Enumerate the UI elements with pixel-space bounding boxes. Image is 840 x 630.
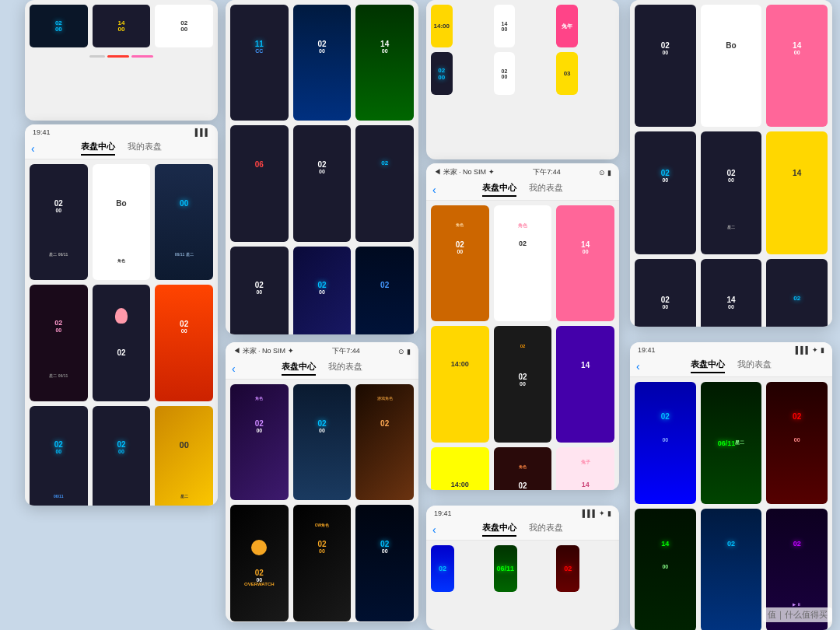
watch-face-item[interactable]: 0200 (93, 406, 151, 506)
watch-face-item[interactable]: 03 (556, 52, 578, 95)
watch-face-item[interactable]: 00 06/11 星二 (155, 164, 213, 280)
status-icons: ▌▌▌ ✦ ▮ (796, 346, 824, 354)
watch-face-item[interactable]: 14 (556, 326, 614, 442)
watch-face-item[interactable]: 0200 (293, 247, 352, 334)
watch-face-item[interactable]: 游戏角色 02 (355, 384, 414, 500)
watch-face-item[interactable]: 02 (701, 509, 762, 630)
status-time: 19:41 (33, 128, 51, 136)
status-time: 19:41 (434, 509, 452, 517)
watch-face-item[interactable]: 0200 (230, 247, 289, 334)
tab-watch-center[interactable]: 表盘中心 (482, 182, 516, 197)
tab-my-watch[interactable]: 我的表盘 (328, 361, 362, 376)
watch-face-item[interactable]: 0200 (355, 505, 414, 621)
tab-my-watch[interactable]: 我的表盘 (128, 141, 162, 156)
watch-face-item[interactable]: 0200 (431, 52, 453, 95)
nav-bar: ‹ 表盘中心 我的表盘 (426, 519, 619, 541)
watch-face-item[interactable]: 06/11 星二 (701, 382, 762, 504)
tab-my-watch[interactable]: 我的表盘 (529, 182, 563, 197)
status-time: 19:41 (638, 346, 656, 354)
carrier-info: ◀ 米家 · No SIM ✦ (233, 346, 294, 356)
scroll-dot (131, 55, 153, 58)
panel7: 19:41 ▌▌▌ ✦ ▮ ‹ 表盘中心 我的表盘 02 00 06/11 星二… (630, 342, 832, 630)
watch-face-item[interactable]: 角色 0200 (431, 205, 489, 321)
back-button[interactable]: ‹ (432, 184, 436, 196)
watch-face-item[interactable]: 兔子 1400 (556, 447, 614, 490)
panel2: 11CC 0200 1400 06 0200 02 0200 0200 02 0… (226, 0, 418, 334)
watch-face-item[interactable]: 06/11 (494, 545, 517, 592)
watch-face-item[interactable]: 02 (93, 285, 151, 401)
panel1: 19:41 ▌▌▌ ‹ 表盘中心 我的表盘 0200 星二 06/11 Bo 角… (25, 124, 218, 506)
watch-face-item[interactable]: 角色 0200 (230, 384, 289, 500)
nav-bar: ‹ 表盘中心 我的表盘 (630, 355, 832, 377)
panel-top1: 0200 1400 0200 (25, 0, 218, 121)
watch-face-item[interactable]: 02 0200 (494, 326, 552, 442)
watch-face-item[interactable]: 02 (355, 125, 414, 241)
tab-watch-center[interactable]: 表盘中心 (81, 141, 115, 156)
watch-face-item[interactable]: 11CC (230, 5, 289, 121)
watch-face-item[interactable]: 0200 (155, 5, 213, 47)
watch-face-item[interactable]: 02 00 (766, 382, 828, 504)
time-display: 下午7:44 (332, 346, 360, 356)
watch-face-item[interactable]: 14:00 (431, 5, 453, 47)
watch-face-item[interactable]: 1400 (701, 259, 762, 327)
battery-icon: ⊙ ▮ (599, 169, 611, 177)
battery-icon: ⊙ ▮ (398, 348, 411, 355)
status-icons: ▌▌▌ ✦ ▮ (583, 509, 611, 517)
carrier-info: ◀ 米家 · No SIM ✦ (434, 167, 495, 177)
watch-face-item[interactable]: 0200 星二 06/11 (30, 285, 88, 401)
watch-face-item[interactable]: 0200 (494, 52, 516, 95)
panel6: 0200 Bo 1400 0200 0200 星二 14 0200 06/11 … (630, 0, 832, 327)
back-button[interactable]: ‹ (432, 523, 436, 536)
tab-my-watch[interactable]: 我的表盘 (529, 522, 563, 537)
nav-bar: ‹ 表盘中心 我的表盘 (426, 179, 619, 201)
watch-face-item[interactable]: 02 00 (635, 382, 696, 504)
watch-face-item[interactable]: 兔年 (556, 5, 578, 47)
watch-face-item[interactable]: 02 (556, 545, 579, 592)
watch-face-item[interactable]: 角色 02 (494, 205, 552, 321)
watch-face-item[interactable]: 02 (766, 259, 828, 327)
back-button[interactable]: ‹ (636, 360, 640, 373)
tab-watch-center[interactable]: 表盘中心 (482, 522, 516, 537)
watch-face-item[interactable]: OW角色 0200 (293, 505, 352, 621)
tab-watch-center[interactable]: 表盘中心 (691, 359, 725, 373)
scroll-dot-active (107, 55, 129, 58)
watch-face-item[interactable]: 0200 星二 06/11 (30, 164, 88, 280)
watch-face-item[interactable]: Bo (701, 5, 762, 127)
watch-face-item[interactable]: 1400 (93, 5, 151, 47)
watch-face-item[interactable]: 00 星二 (155, 406, 213, 506)
watch-face-item[interactable]: OVERWATCH 0200 (230, 505, 289, 621)
status-icons: ▌▌▌ (195, 128, 210, 136)
nav-bar: ‹ 表盘中心 我的表盘 (226, 358, 418, 380)
watch-face-item[interactable]: 1400 (556, 205, 614, 321)
watch-face-item[interactable]: 0200 星二 (701, 131, 762, 254)
watch-face-item[interactable]: 角色 0200 (494, 447, 552, 490)
watch-face-item[interactable]: 0200 06/11 (635, 259, 696, 327)
watch-face-item[interactable]: 14:00 (431, 447, 489, 490)
tab-my-watch[interactable]: 我的表盘 (737, 359, 772, 373)
watch-face-item[interactable]: Bo 角色 (93, 164, 151, 280)
watch-face-item[interactable]: 0200 (293, 384, 352, 500)
watch-face-item[interactable]: 02 (431, 545, 454, 592)
tab-watch-center[interactable]: 表盘中心 (282, 361, 316, 376)
watch-face-item[interactable]: 02 (355, 247, 414, 334)
panel3: ◀ 米家 · No SIM ✦ 下午7:44 ⊙ ▮ ‹ 表盘中心 我的表盘 角… (226, 342, 418, 622)
watch-face-item[interactable]: 0200 (635, 5, 696, 127)
back-button[interactable]: ‹ (31, 142, 35, 155)
watch-face-item[interactable]: 0200 (293, 125, 352, 241)
watch-face-item[interactable]: 1400 (494, 5, 516, 47)
time-display: 下午7:44 (533, 167, 561, 177)
watch-face-item[interactable]: 14:00 (431, 326, 489, 442)
watch-face-item[interactable]: 0200 (293, 5, 352, 121)
watch-face-item[interactable]: 0200 (635, 131, 696, 254)
watch-face-item[interactable]: 0200 (155, 285, 213, 401)
panel5: 19:41 ▌▌▌ ✦ ▮ ‹ 表盘中心 我的表盘 02 06/11 02 (426, 506, 619, 630)
watermark: 值｜什么值得买 (763, 607, 832, 622)
watch-face-item[interactable]: 1400 (766, 5, 828, 127)
back-button[interactable]: ‹ (232, 362, 236, 375)
watch-face-item[interactable]: 14 (766, 131, 828, 254)
watch-face-item[interactable]: 0200 (30, 5, 88, 47)
watch-face-item[interactable]: 14 00 (635, 509, 696, 630)
watch-face-item[interactable]: 1400 (355, 5, 414, 121)
watch-face-item[interactable]: 0200 06/11 (30, 406, 88, 506)
watch-face-item[interactable]: 06 (230, 125, 289, 241)
